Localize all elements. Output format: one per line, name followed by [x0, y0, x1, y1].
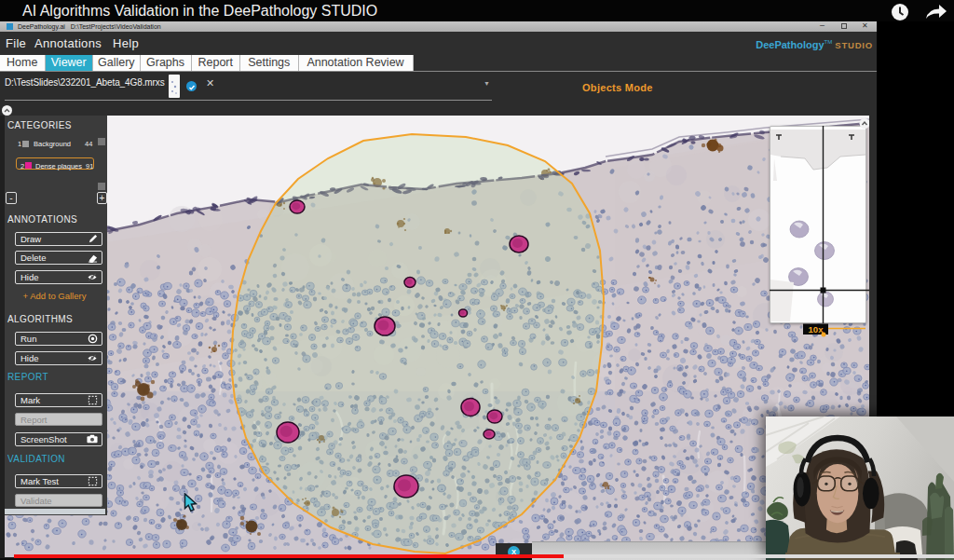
- svg-text:10x: 10x: [809, 324, 825, 335]
